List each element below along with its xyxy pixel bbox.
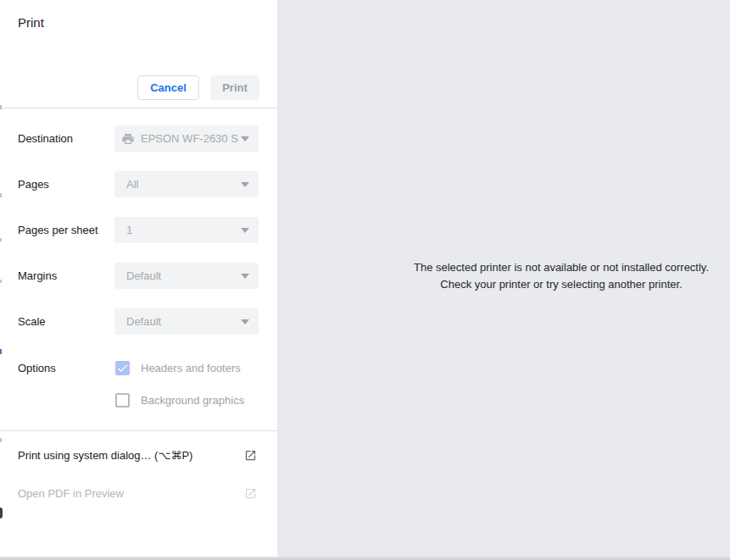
chevron-down-icon bbox=[241, 136, 249, 141]
cancel-button[interactable]: Cancel bbox=[137, 75, 199, 100]
chevron-down-icon bbox=[241, 228, 249, 233]
window-bottom-edge bbox=[0, 557, 730, 560]
pages-label: Pages bbox=[18, 171, 49, 197]
scale-label: Scale bbox=[18, 308, 46, 335]
scale-value: Default bbox=[126, 308, 161, 335]
margins-label: Margins bbox=[18, 263, 57, 289]
pages-per-sheet-select[interactable]: 1 bbox=[114, 217, 259, 243]
edge-artifact bbox=[0, 349, 2, 354]
check-icon bbox=[116, 362, 129, 374]
printer-icon bbox=[121, 132, 135, 146]
background-graphics-label: Background graphics bbox=[141, 393, 244, 408]
footer-divider bbox=[0, 430, 277, 431]
scale-select[interactable]: Default bbox=[114, 308, 259, 335]
edge-artifact bbox=[0, 105, 2, 109]
pages-select[interactable]: All bbox=[114, 171, 259, 197]
edge-artifact bbox=[0, 438, 2, 442]
destination-label: Destination bbox=[18, 125, 73, 152]
pages-row: Pages All bbox=[0, 171, 277, 197]
edge-artifact bbox=[0, 193, 2, 197]
margins-row: Margins Default bbox=[0, 263, 277, 289]
print-button[interactable]: Print bbox=[210, 75, 259, 100]
print-dialog-panel: Print Cancel Print Destination EPSON WF-… bbox=[0, 0, 277, 560]
print-system-dialog-item[interactable]: Print using system dialog… (⌥⌘P) bbox=[0, 446, 277, 465]
headers-footers-option: Headers and footers bbox=[0, 361, 277, 375]
scale-row: Scale Default bbox=[0, 308, 277, 335]
edge-artifact bbox=[0, 507, 3, 518]
open-pdf-preview-item[interactable]: Open PDF in Preview bbox=[0, 485, 277, 503]
edge-artifact bbox=[0, 238, 2, 241]
printer-error-line-2: Check your printer or try selecting anot… bbox=[375, 276, 730, 293]
open-pdf-preview-label: Open PDF in Preview bbox=[18, 485, 124, 503]
pages-per-sheet-row: Pages per sheet 1 bbox=[0, 217, 277, 243]
destination-value: EPSON WF-2630 S bbox=[141, 125, 238, 152]
chevron-down-icon bbox=[241, 319, 249, 324]
pages-value: All bbox=[126, 171, 138, 197]
pages-per-sheet-label: Pages per sheet bbox=[18, 217, 98, 243]
print-system-dialog-label: Print using system dialog… (⌥⌘P) bbox=[18, 446, 192, 465]
open-in-new-icon bbox=[244, 487, 257, 500]
margins-select[interactable]: Default bbox=[114, 263, 259, 289]
headers-footers-label: Headers and footers bbox=[141, 361, 241, 375]
open-in-new-icon bbox=[244, 449, 257, 462]
headers-footers-checkbox[interactable] bbox=[115, 361, 130, 375]
dialog-title: Print bbox=[18, 15, 44, 30]
header-divider bbox=[0, 108, 277, 108]
pages-per-sheet-value: 1 bbox=[126, 217, 132, 243]
destination-row: Destination EPSON WF-2630 S bbox=[0, 125, 277, 152]
printer-error-message: The selected printer is not available or… bbox=[375, 259, 730, 293]
margins-value: Default bbox=[126, 263, 161, 289]
background-graphics-checkbox[interactable] bbox=[115, 393, 130, 408]
chevron-down-icon bbox=[241, 182, 249, 187]
chevron-down-icon bbox=[241, 274, 249, 279]
edge-artifact bbox=[0, 280, 2, 283]
background-graphics-option: Background graphics bbox=[0, 393, 277, 408]
printer-error-line-1: The selected printer is not available or… bbox=[375, 259, 730, 276]
print-dialog-screen: { "dialog": { "title": "Print", "cancel_… bbox=[0, 0, 730, 560]
destination-select[interactable]: EPSON WF-2630 S bbox=[114, 125, 259, 152]
